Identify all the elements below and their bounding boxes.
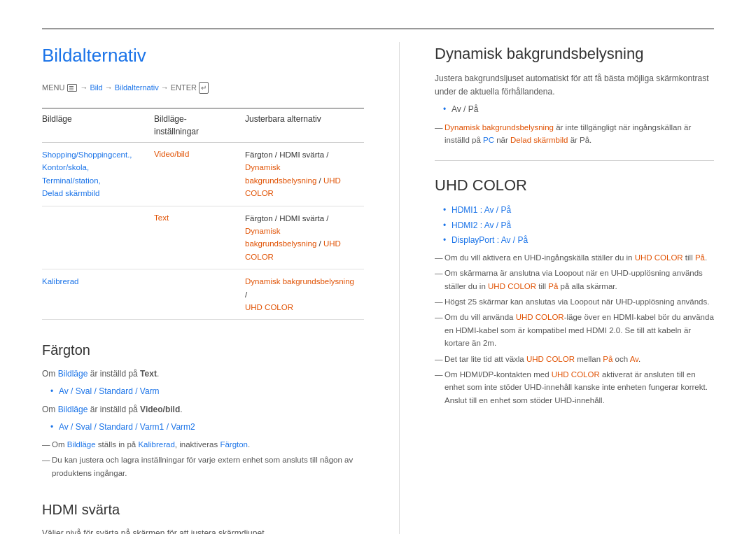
cell-adjust-3: Dynamisk bakgrundsbelysning /UHD COLOR	[245, 275, 364, 314]
table-row: Text Färgton / HDMI svärta / Dynamiskbak…	[42, 206, 364, 270]
fargton-title: Färgton	[42, 339, 364, 360]
dynamisk-bullet-list: Av / På	[443, 103, 714, 116]
enter-label: ENTER	[171, 82, 197, 94]
uhd-note-5: Det tar lite tid att växla UHD COLOR mel…	[435, 353, 714, 365]
menu-icon	[67, 84, 77, 92]
arrow2: →	[105, 82, 113, 94]
cell-adjust-2: Färgton / HDMI svärta / Dynamiskbakgrund…	[245, 212, 364, 264]
page: Bildalternativ MENU → Bild → Bildalterna…	[0, 0, 756, 534]
fargton-text1: Om Bildläge är inställd på Text.	[42, 367, 364, 381]
bullet-item-av-pa: Av / På	[443, 103, 714, 116]
bullet-item: Av / Sval / Standard / Varm1 / Varm2	[50, 421, 364, 434]
uhd-note-3: Högst 25 skärmar kan anslutas via Loopou…	[435, 295, 714, 308]
bild-link: Bild	[90, 82, 102, 94]
uhd-title: UHD COLOR	[435, 174, 714, 197]
bullet-item-hdmi2: HDMI2 : Av / På	[443, 219, 714, 232]
menu-label: MENU	[42, 82, 64, 94]
col-header-justerbara: Justerbara alternativ	[245, 113, 364, 138]
table-row: Kalibrerad Dynamisk bakgrundsbelysning /…	[42, 269, 364, 320]
dynamisk-title: Dynamisk bakgrundsbelysning	[435, 42, 714, 65]
left-column: Bildalternativ MENU → Bild → Bildalterna…	[42, 42, 364, 534]
right-column: Dynamisk bakgrundsbelysning Justera bakg…	[435, 42, 714, 534]
uhd-bullet-list: HDMI1 : Av / På HDMI2 : Av / På DisplayP…	[443, 204, 714, 247]
dynamisk-note: Dynamisk bakgrundsbelysning är inte till…	[435, 121, 714, 147]
page-title: Bildalternativ	[42, 42, 364, 69]
arrow3: →	[161, 82, 169, 94]
fargton-list2: Av / Sval / Standard / Varm1 / Varm2	[50, 421, 364, 434]
table-row: Shopping/Shoppingcent., Kontor/skola, Te…	[42, 143, 364, 206]
fargton-text2: Om Bildläge är inställd på Video/bild.	[42, 403, 364, 416]
cell-setting-3	[154, 275, 245, 314]
cell-mode-2	[42, 212, 154, 264]
hdmi-title: HDMI svärta	[42, 499, 364, 520]
section-divider	[435, 160, 714, 161]
uhd-note-6: Om HDMI/DP-kontakten med UHD COLOR aktiv…	[435, 368, 714, 407]
bullet-item-hdmi1: HDMI1 : Av / På	[443, 204, 714, 217]
enter-icon: ↵	[199, 82, 209, 94]
table-header: Bildläge Bildläge-inställningar Justerba…	[42, 108, 364, 143]
bildalternativ-link: Bildalternativ	[115, 82, 159, 94]
col-header-installningar: Bildläge-inställningar	[154, 113, 245, 138]
cell-setting-1: Video/bild	[154, 148, 245, 200]
top-rule	[42, 28, 714, 29]
menu-path: MENU → Bild → Bildalternativ → ENTER ↵	[42, 82, 364, 94]
cell-adjust-1: Färgton / HDMI svärta / Dynamiskbakgrund…	[245, 148, 364, 200]
fargton-note1: Om Bildläge ställs in på Kalibrerad, ina…	[42, 438, 364, 451]
settings-table: Bildläge Bildläge-inställningar Justerba…	[42, 108, 364, 320]
cell-setting-2: Text	[154, 212, 245, 264]
fargton-list1: Av / Sval / Standard / Varm	[50, 385, 364, 398]
fargton-note2: Du kan justera och lagra inställningar f…	[42, 454, 364, 479]
hdmi-desc: Väljer nivå för svärta på skärmen för at…	[42, 527, 364, 534]
cell-mode-1: Shopping/Shoppingcent., Kontor/skola, Te…	[42, 148, 154, 200]
col-header-bildlage: Bildläge	[42, 113, 154, 138]
bullet-item-displayport: DisplayPort : Av / På	[443, 234, 714, 247]
cell-mode-3: Kalibrerad	[42, 275, 154, 314]
arrow1: →	[80, 82, 88, 94]
dynamisk-desc: Justera bakgrundsljuset automatiskt för …	[435, 72, 714, 99]
uhd-note-1: Om du vill aktivera en UHD-ingångskälla …	[435, 251, 714, 264]
uhd-note-2: Om skärmarna är anslutna via Loopout när…	[435, 267, 714, 293]
bullet-item: Av / Sval / Standard / Varm	[50, 385, 364, 398]
column-divider	[399, 42, 400, 534]
uhd-note-4: Om du vill använda UHD COLOR-läge över e…	[435, 311, 714, 349]
